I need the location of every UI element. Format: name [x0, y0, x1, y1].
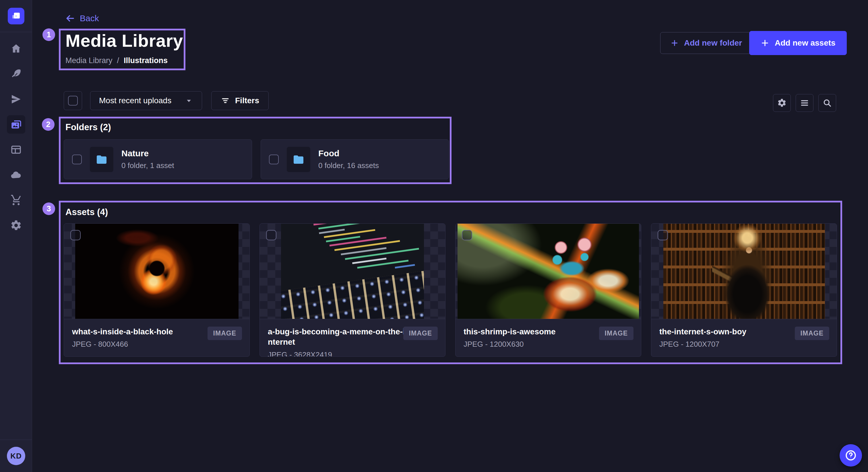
folder-name: Nature: [121, 148, 174, 158]
assets-heading: Assets (4): [65, 207, 108, 217]
select-all-checkbox-button[interactable]: [64, 91, 82, 110]
sidebar-nav: [0, 32, 32, 235]
folder-texts: Nature 0 folder, 1 asset: [121, 148, 174, 170]
asset-type-badge: IMAGE: [795, 327, 829, 340]
view-settings-button[interactable]: [773, 94, 791, 112]
search-button[interactable]: [818, 94, 836, 112]
asset-meta: JPEG - 1200X630: [464, 340, 633, 349]
strapi-logo[interactable]: [8, 8, 24, 24]
asset-meta: JPEG - 800X466: [72, 340, 241, 349]
plus-icon: [670, 39, 679, 47]
mantis-shrimp-image: [458, 224, 639, 319]
page-title: Media Library: [65, 30, 183, 51]
asset-card-internets-own-boy[interactable]: the-internet-s-own-boy JPEG - 1200X707 I…: [651, 224, 837, 357]
sidebar-item-content[interactable]: [7, 65, 25, 83]
layout-icon: [10, 144, 22, 156]
filter-icon: [221, 96, 230, 105]
sort-dropdown[interactable]: Most recent uploads: [90, 91, 202, 110]
folder-card-nature[interactable]: Nature 0 folder, 1 asset: [64, 139, 252, 179]
breadcrumb: Media Library / Illustrations: [65, 56, 167, 65]
asset-checkbox[interactable]: [462, 230, 472, 240]
asset-type-badge: IMAGE: [599, 327, 633, 340]
asset-checkbox[interactable]: [70, 230, 81, 240]
folder-meta: 0 folder, 1 asset: [121, 161, 174, 170]
question-mark-icon: [845, 449, 857, 461]
sort-value: Most recent uploads: [99, 96, 172, 105]
breadcrumb-current: Illustrations: [124, 56, 167, 65]
asset-info: what-s-inside-a-black-hole JPEG - 800X46…: [64, 319, 249, 357]
laptop-code-image: [281, 224, 424, 319]
asset-title: a-bug-is-becoming-a-meme-on-the-internet: [268, 327, 405, 347]
gear-icon: [10, 220, 22, 231]
breadcrumb-separator: /: [117, 56, 119, 65]
search-icon: [823, 98, 832, 108]
folder-meta: 0 folder, 16 assets: [318, 161, 379, 170]
folder-icon: [291, 153, 305, 166]
folder-icon-box: [90, 147, 113, 172]
asset-info: the-internet-s-own-boy JPEG - 1200X707 I…: [651, 319, 837, 357]
asset-info: this-shrimp-is-awesome JPEG - 1200X630 I…: [456, 319, 641, 357]
add-new-folder-button[interactable]: Add new folder: [660, 32, 752, 54]
paper-plane-icon: [10, 93, 22, 105]
asset-info: a-bug-is-becoming-a-meme-on-the-internet…: [260, 319, 445, 357]
list-view-button[interactable]: [796, 94, 813, 112]
asset-thumbnail: [64, 224, 249, 319]
folder-icon-box: [287, 147, 310, 172]
filters-button[interactable]: Filters: [211, 91, 269, 110]
logo-section: [0, 0, 32, 32]
annotation-marker-3: 3: [42, 202, 55, 215]
black-hole-image: [75, 224, 239, 319]
breadcrumb-parent[interactable]: Media Library: [65, 56, 113, 65]
asset-thumbnail: [456, 224, 641, 319]
asset-title: what-s-inside-a-black-hole: [72, 327, 209, 337]
add-new-assets-button[interactable]: Add new assets: [749, 31, 847, 55]
add-new-folder-label: Add new folder: [684, 38, 742, 47]
back-label: Back: [80, 13, 99, 23]
home-icon: [10, 43, 22, 55]
app-root: KD Back Media Library Media Library / Il…: [0, 0, 868, 472]
asset-card-shrimp[interactable]: this-shrimp-is-awesome JPEG - 1200X630 I…: [455, 224, 641, 357]
sidebar-item-media-library[interactable]: [7, 115, 25, 134]
arrow-left-icon: [65, 13, 75, 24]
asset-thumbnail: [260, 224, 445, 319]
help-button[interactable]: [840, 444, 862, 467]
asset-card-black-hole[interactable]: what-s-inside-a-black-hole JPEG - 800X46…: [64, 224, 250, 357]
asset-checkbox[interactable]: [658, 230, 668, 240]
filters-label: Filters: [235, 96, 259, 105]
asset-card-bug-meme[interactable]: a-bug-is-becoming-a-meme-on-the-internet…: [259, 224, 445, 357]
asset-type-badge: IMAGE: [403, 327, 438, 340]
folder-icon: [95, 153, 108, 166]
asset-meta: JPEG - 3628X2419: [268, 350, 437, 357]
folder-texts: Food 0 folder, 16 assets: [318, 148, 379, 170]
user-avatar[interactable]: KD: [7, 447, 25, 465]
folder-name: Food: [318, 148, 379, 158]
sidebar-item-home[interactable]: [7, 40, 25, 58]
plus-icon: [761, 38, 770, 47]
asset-checkbox[interactable]: [266, 230, 276, 240]
asset-type-badge: IMAGE: [208, 327, 242, 340]
sidebar-item-settings[interactable]: [7, 216, 25, 235]
cloud-icon: [10, 169, 22, 181]
folder-card-food[interactable]: Food 0 folder, 16 assets: [260, 139, 449, 179]
sidebar-item-deploy[interactable]: [7, 166, 25, 184]
library-portrait-image: [663, 224, 825, 319]
folders-heading: Folders (2): [65, 122, 111, 133]
asset-thumbnail: [651, 224, 837, 319]
sidebar-item-releases[interactable]: [7, 90, 25, 108]
folder-checkbox[interactable]: [269, 155, 279, 164]
sidebar-item-content-type-builder[interactable]: [7, 140, 25, 159]
caret-down-icon: [185, 96, 193, 105]
cart-icon: [10, 194, 22, 206]
asset-title: the-internet-s-own-boy: [659, 327, 797, 337]
feather-icon: [10, 68, 22, 80]
strapi-logo-icon: [11, 11, 21, 21]
asset-meta: JPEG - 1200X707: [659, 340, 829, 349]
gear-icon: [777, 98, 787, 108]
list-icon: [800, 98, 809, 108]
sidebar: KD: [0, 0, 32, 472]
sidebar-item-marketplace[interactable]: [7, 191, 25, 209]
media-library-icon: [10, 119, 22, 131]
folder-checkbox[interactable]: [72, 155, 82, 164]
select-all-checkbox[interactable]: [68, 96, 78, 105]
back-link[interactable]: Back: [65, 13, 99, 24]
